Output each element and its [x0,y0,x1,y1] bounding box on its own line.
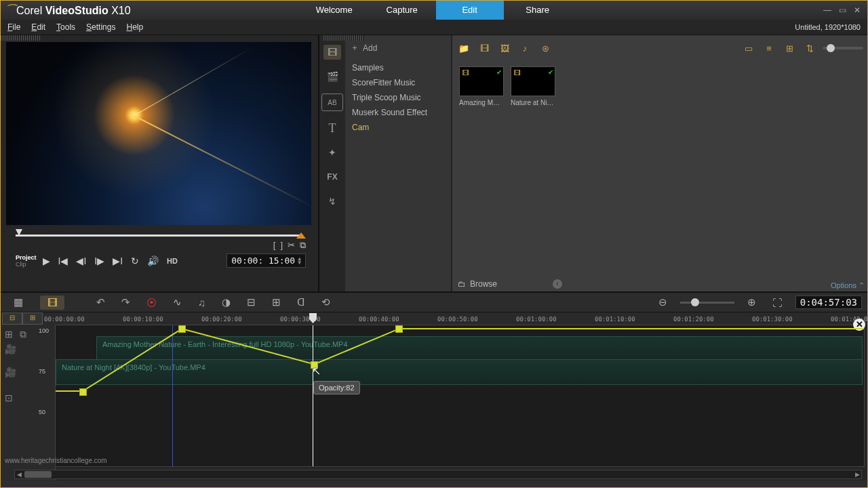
grip-icon[interactable] [1,35,41,41]
close-button[interactable]: ✕ [852,5,862,15]
filter-disc-icon[interactable]: ⊛ [538,42,553,54]
mark-in-icon[interactable]: [ [273,240,276,251]
filter-photo-icon[interactable]: 🖼 [497,42,512,54]
category-triplescoop[interactable]: Triple Scoop Music [351,90,446,105]
split-icon[interactable]: ⧉ [300,240,306,251]
menu-file[interactable]: File [7,22,20,32]
thumbnail-size-slider[interactable] [823,47,863,49]
thumb-amazing-mother[interactable]: 🎞✔ Amazing Mother ... [459,66,502,106]
playhead[interactable] [313,325,313,466]
ruler-mode-1[interactable]: ⊟ [2,312,22,325]
scroll-left-icon[interactable]: ◀ [15,470,23,479]
preview-viewport[interactable] [6,42,311,225]
volume-icon[interactable]: 🔊 [145,256,161,266]
view-grid-icon[interactable]: ⊞ [782,42,797,54]
opacity-node[interactable] [79,388,87,396]
tracks-area[interactable]: ✕ Amazing Mother Nature - Earth - Intere… [55,325,865,467]
thumb-nature-at-night[interactable]: 🎞✔ Nature at Night [... [511,66,554,106]
filter-fx-icon[interactable]: FX [323,169,341,184]
overlay-track-2-icon[interactable]: ⊡ [5,392,13,403]
filter-audio-icon[interactable]: ♪ [517,42,532,54]
prev-frame-button[interactable]: ◀I [74,256,88,266]
path-icon[interactable]: ↯ [323,194,341,209]
subtitle-editor-icon[interactable]: ⊟ [243,295,259,310]
add-category-button[interactable]: ＋ Add [351,42,446,54]
category-samples[interactable]: Samples [351,60,446,75]
record-button[interactable]: ⦿ [143,296,160,310]
overlay-track-icon[interactable]: 🎥 [5,367,16,378]
media-library-icon[interactable]: 🎞 [323,45,341,60]
tab-share[interactable]: Share [504,1,572,20]
toggle-all-tracks-icon[interactable]: ⊞ [5,329,13,340]
preview-timecode[interactable]: 00:00: 15:00 ▲▼ [226,253,306,268]
mark-out-icon[interactable]: ] [280,240,283,251]
sort-icon[interactable]: ⇅ [802,42,817,54]
video-track-icon[interactable]: 🎥 [5,344,16,354]
storyboard-view-icon[interactable]: ▦ [6,295,31,310]
timeline-horizontal-scrollbar[interactable]: ◀ ▶ [14,470,862,479]
zoom-out-icon[interactable]: ⊖ [655,295,671,310]
loop-button[interactable]: ↻ [129,256,141,266]
timeline-ruler[interactable]: 00:00:00:00 00:00:10:00 00:00:20:00 00:0… [43,312,867,325]
scrollbar-thumb[interactable] [24,471,52,478]
menu-settings[interactable]: Settings [86,22,115,32]
view-list-icon[interactable]: ≡ [762,42,776,54]
go-start-button[interactable]: I◀ [56,256,71,266]
work-area: [ ] ✂ ⧉ Project Clip ▶ I◀ ◀I I▶ ▶I ↻ 🔊 H… [1,35,867,291]
menu-tools[interactable]: Tools [56,22,75,32]
minimize-button[interactable]: — [823,5,832,15]
motion-tracking-icon[interactable]: ◑ [218,295,234,310]
play-button[interactable]: ▶ [41,256,52,266]
clip-amazing-mother[interactable]: Amazing Mother Nature - Earth - Interest… [96,336,863,362]
preview-mode-toggle[interactable]: Project Clip [16,254,37,268]
multi-camera-icon[interactable]: ⊞ [269,295,284,310]
category-scorefitter[interactable]: ScoreFitter Music [351,75,446,90]
view-filmstrip-icon[interactable]: ▭ [741,42,756,54]
next-frame-button[interactable]: I▶ [92,256,106,266]
browse-button[interactable]: 🗀 Browse [458,279,497,289]
grip-icon[interactable] [323,35,364,41]
tab-edit[interactable]: Edit [436,1,504,20]
import-folder-icon[interactable]: 📁 [456,42,471,54]
pan-zoom-icon[interactable]: ⟲ [318,295,334,310]
redo-button[interactable]: ↷ [118,295,134,310]
audio-mixer-icon[interactable]: ∿ [170,295,185,310]
category-muserk[interactable]: Muserk Sound Effect [351,105,446,120]
undo-button[interactable]: ↶ [93,295,108,310]
scrub-end-marker[interactable] [296,232,306,239]
cut-icon[interactable]: ✂ [288,240,295,251]
timeline-zoom-slider[interactable] [680,302,734,304]
scroll-right-icon[interactable]: ▶ [853,470,861,479]
time-remap-icon[interactable]: ᗡ [294,295,309,310]
tab-welcome[interactable]: Welcome [300,1,368,20]
opacity-node[interactable] [395,325,403,333]
menu-edit[interactable]: Edit [31,22,45,32]
ruler-mode-2[interactable]: ⊞ [22,312,43,325]
timeline-view-icon[interactable]: 🎞 [40,296,64,310]
thumb-label: Nature at Night [... [511,99,554,106]
go-end-button[interactable]: ▶I [111,256,125,266]
hd-toggle[interactable]: HD [165,257,180,265]
instant-project-icon[interactable]: 🎬 [323,69,341,84]
menu-help[interactable]: Help [126,22,143,32]
graphic-icon[interactable]: ✦ [323,145,341,160]
title-icon[interactable]: T [323,121,341,136]
scroll-left-button[interactable]: ‹ [553,279,562,289]
filter-video-icon[interactable]: 🎞 [477,42,492,54]
opacity-node[interactable] [178,325,186,333]
check-icon: ✔ [496,68,502,76]
workspace-tabs: Welcome Capture Edit Share [300,1,572,20]
options-toggle[interactable]: Options ⌃ [831,281,865,290]
zoom-in-icon[interactable]: ⊕ [744,295,760,310]
scrub-bar[interactable] [16,228,303,240]
category-cam[interactable]: Cam [351,120,446,135]
tab-capture[interactable]: Capture [368,1,436,20]
track-manager-icon[interactable]: ⧉ [20,329,26,340]
thumb-label: Amazing Mother ... [459,99,502,106]
transitions-icon[interactable]: AB [321,94,343,111]
close-opacity-editor-button[interactable]: ✕ [853,319,865,331]
fit-project-icon[interactable]: ⛶ [769,296,786,310]
restore-button[interactable]: ▭ [837,5,847,15]
auto-music-icon[interactable]: ♫ [195,296,209,310]
clip-nature-at-night[interactable]: Nature at Night [4K][3840p] - YouTube.MP… [56,359,863,385]
